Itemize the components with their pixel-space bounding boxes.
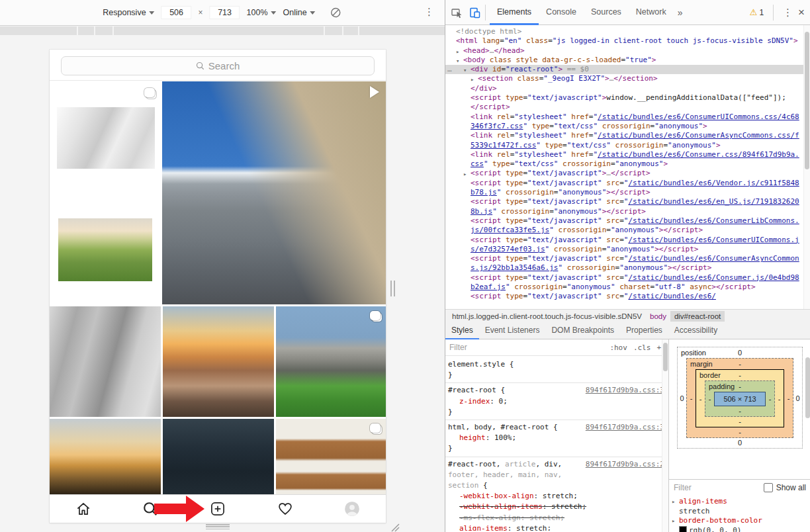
border-top-value[interactable]: -	[739, 371, 741, 379]
collapse-arrow-icon[interactable]: ▾	[463, 66, 467, 75]
more-actions-ellipsis[interactable]: …	[447, 65, 452, 74]
box-model-border-layer[interactable]: border- - padding- - 506 × 713	[696, 369, 784, 427]
margin-top-value[interactable]: -	[739, 360, 741, 368]
box-model-padding-layer[interactable]: padding- - 506 × 713 - -	[705, 380, 775, 417]
search-input[interactable]: Search	[61, 56, 375, 75]
viewport-height-input[interactable]: 713	[210, 6, 240, 19]
border-left-value[interactable]: -	[696, 395, 705, 403]
viewport-resize-handle-bottom[interactable]	[206, 524, 230, 529]
dom-tree-node[interactable]: <script type="text/javascript">window.__…	[445, 93, 805, 103]
position-top-value[interactable]: 0	[738, 349, 742, 357]
photo-veil-grayscale[interactable]	[57, 107, 155, 169]
tab-console[interactable]: Console	[539, 0, 584, 25]
media-query-bar[interactable]	[0, 26, 445, 35]
media-query-segment[interactable]	[95, 26, 112, 35]
margin-left-value[interactable]: -	[687, 394, 696, 402]
profile-avatar-icon[interactable]	[343, 500, 361, 517]
border-right-value[interactable]: -	[775, 395, 784, 403]
dom-tree-node[interactable]: <script type="text/javascript" src="/sta…	[445, 197, 805, 216]
home-icon[interactable]	[75, 500, 92, 517]
css-property[interactable]: -webkit-box-align: stretch;	[448, 491, 664, 502]
dom-tree-node[interactable]: ▸<section class="_9eogI E3X2T">…</sectio…	[445, 74, 805, 83]
show-all-checkbox[interactable]	[764, 483, 773, 492]
expand-arrow-icon[interactable]: ▸	[672, 516, 675, 526]
toggle-class-button[interactable]: .cls	[633, 343, 651, 352]
styles-scrollbar[interactable]	[662, 339, 668, 532]
collapse-arrow-icon[interactable]: ▾	[456, 56, 459, 66]
photo-grass-field[interactable]	[58, 218, 152, 281]
expand-arrow-icon[interactable]: ▸	[456, 47, 459, 56]
computed-filter-input[interactable]: Filter	[674, 483, 764, 492]
photo-mountain-road[interactable]	[162, 81, 386, 304]
toggle-device-toolbar-icon[interactable]	[469, 7, 481, 19]
device-toolbar-menu-icon[interactable]: ⋮	[424, 6, 434, 18]
dom-tree-node[interactable]: <link rel="stylesheet" href="/static/bun…	[445, 150, 805, 169]
dom-tree-node[interactable]: <script type="text/javascript" src="/sta…	[445, 179, 805, 198]
css-property[interactable]: align-items: stretch;	[448, 523, 664, 531]
inspect-element-icon[interactable]	[451, 7, 463, 19]
margin-bottom-value[interactable]: -	[739, 428, 741, 436]
box-model-position-layer[interactable]: position0 0 margin- - border- -	[677, 347, 803, 449]
zoom-dropdown[interactable]: 100%	[247, 8, 277, 17]
toggle-hover-state-button[interactable]: :hov	[609, 343, 627, 352]
position-left-value[interactable]: 0	[678, 394, 686, 402]
dom-tree-node[interactable]: ▸<script type="text/javascript">…</scrip…	[445, 169, 805, 178]
media-query-segment[interactable]	[114, 26, 324, 35]
computed-property[interactable]: ▸border-bottom-color	[669, 516, 810, 526]
stylesheet-link[interactable]: 894f617d9b9a.css:3	[586, 385, 664, 396]
computed-property[interactable]: ▸align-items	[669, 497, 810, 507]
multi-select-icon[interactable]	[144, 88, 155, 97]
throttling-dropdown[interactable]: Online	[283, 8, 316, 17]
dom-tree-node[interactable]: ▸<head>…</head>	[445, 46, 805, 56]
dom-tree-node[interactable]: ▾<body class style data-gr-c-s-loaded="t…	[445, 56, 805, 65]
tab-sources[interactable]: Sources	[584, 0, 629, 25]
media-query-segment[interactable]	[78, 26, 94, 35]
tab-styles[interactable]: Styles	[445, 322, 479, 339]
photo-dark-forest[interactable]	[163, 419, 274, 494]
breadcrumb-body[interactable]: body	[646, 311, 670, 322]
css-rule[interactable]: 894f617d9b9a.css:3#react-root {z-index: …	[445, 383, 668, 420]
position-right-value[interactable]: 0	[793, 394, 802, 402]
media-query-segment[interactable]	[343, 26, 358, 35]
box-model-content-size[interactable]: 506 × 713	[714, 392, 766, 406]
expand-arrow-icon[interactable]: ▸	[672, 497, 675, 507]
photo-building-grass[interactable]	[276, 306, 386, 417]
css-rule[interactable]: element.style {}	[445, 357, 668, 383]
breadcrumb-react-root[interactable]: div#react-root	[670, 311, 725, 322]
css-property[interactable]: -webkit-align-items: stretch;	[448, 502, 664, 512]
activity-heart-icon[interactable]	[277, 500, 294, 517]
photo-forest-bw[interactable]	[50, 306, 161, 417]
dom-tree-node[interactable]: <script type="text/javascript" src="/sta…	[445, 273, 805, 292]
viewport-resize-handle-right[interactable]	[390, 281, 395, 296]
dom-tree-node[interactable]: …▾<div id="react-root"> == $0	[445, 65, 805, 74]
dom-tree-node[interactable]: <html lang="en" class="js logged-in clie…	[445, 36, 805, 46]
close-icon[interactable]: ×	[798, 7, 805, 18]
styles-scrollbar-thumb[interactable]	[663, 343, 668, 371]
css-property[interactable]: z-index: 0;	[448, 396, 664, 407]
dom-scrollbar-thumb[interactable]	[805, 32, 809, 169]
dom-tree-node[interactable]: <link rel="stylesheet" href="/static/bun…	[445, 112, 805, 132]
css-rule[interactable]: 894f617d9b9a.css:3html, body, #react-roo…	[445, 420, 668, 457]
styles-filter-input[interactable]: Filter	[449, 343, 609, 352]
box-model-margin-layer[interactable]: margin- - border- - padding-	[686, 358, 793, 438]
margin-right-value[interactable]: -	[784, 394, 793, 402]
css-property[interactable]: -ms-flex-align: stretch;	[448, 513, 664, 523]
stylesheet-link[interactable]: 894f617d9b9a.css:2	[586, 459, 664, 470]
photo-city-sunset[interactable]	[163, 306, 274, 417]
dom-tree-node[interactable]: <link rel="stylesheet" href="/static/bun…	[445, 131, 805, 150]
tab-elements[interactable]: Elements	[490, 0, 539, 25]
rotate-device-icon[interactable]	[330, 7, 342, 19]
dom-tree-node[interactable]: </div>	[445, 84, 805, 93]
tab-accessibility[interactable]: Accessibility	[668, 322, 723, 339]
dom-tree-node[interactable]: <script type="text/javascript" src="/sta…	[445, 216, 805, 236]
expand-arrow-icon[interactable]: ▸	[463, 169, 467, 179]
dom-tree-node[interactable]: <!doctype html>	[445, 27, 805, 36]
dom-scrollbar[interactable]	[803, 25, 810, 309]
tab-dom-breakpoints[interactable]: DOM Breakpoints	[545, 322, 620, 339]
breadcrumb-html[interactable]: html.js.logged-in.client-root.touch.js-f…	[448, 311, 646, 322]
media-query-segment[interactable]	[325, 26, 342, 35]
border-bottom-value[interactable]: -	[739, 418, 741, 425]
viewport-resize-corner[interactable]	[389, 521, 400, 532]
photo-white-building[interactable]	[276, 419, 386, 494]
dom-tree-node[interactable]: <script type="text/javascript" src="/sta…	[445, 292, 805, 301]
